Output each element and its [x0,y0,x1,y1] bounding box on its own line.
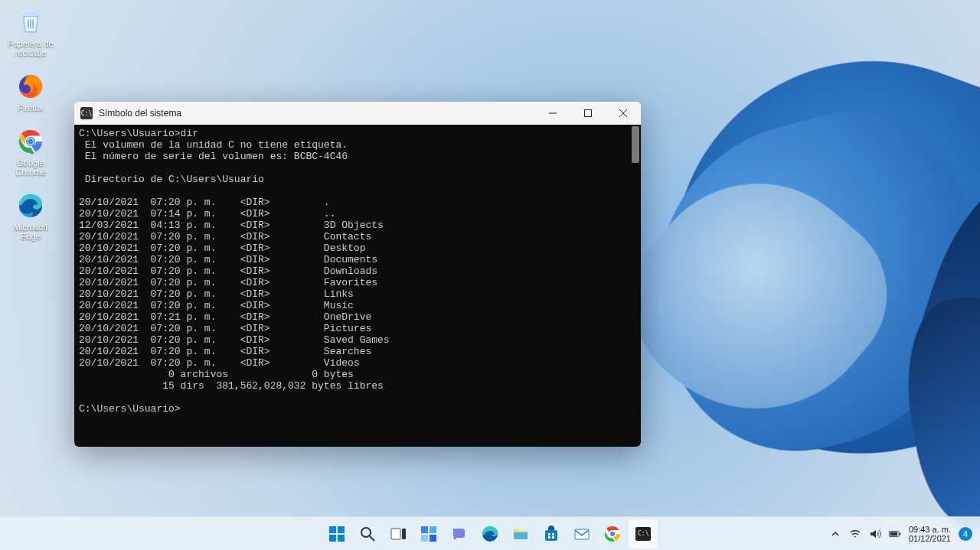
edge-icon [15,190,47,221]
close-button[interactable] [606,102,641,125]
command-prompt-window[interactable]: C:\ Símbolo del sistema C:\Users\Usuario… [74,102,641,447]
taskbar-mail[interactable] [567,519,596,548]
search-button[interactable] [353,519,382,548]
taskbar-terminal-active[interactable]: C:\ [629,519,658,548]
svg-rect-24 [548,533,550,535]
titlebar[interactable]: C:\ Símbolo del sistema [74,102,641,125]
svg-line-15 [370,536,374,541]
desktop-icon-chrome[interactable]: GoogleChrome [4,123,57,180]
taskbar-file-explorer[interactable] [506,519,535,548]
window-title: Símbolo del sistema [99,108,535,119]
svg-rect-20 [421,535,428,542]
svg-rect-12 [329,535,336,542]
svg-point-14 [361,528,371,537]
svg-text:C:\: C:\ [638,530,649,537]
svg-rect-27 [552,536,554,539]
svg-rect-11 [338,526,345,533]
tray-time: 09:43 a. m. [909,525,951,534]
tray-clock[interactable]: 09:43 a. m. 01/12/2021 [909,525,951,543]
chrome-icon [15,126,47,157]
svg-rect-25 [552,533,554,535]
desktop-icon-firefox[interactable]: Firefox [4,68,57,116]
taskbar: C:\ 09:43 a. m. 01/12/2021 4 [0,516,980,550]
maximize-button[interactable] [570,102,606,125]
minimize-button[interactable] [535,102,570,125]
svg-rect-23 [545,530,557,541]
desktop-icon-label: Papelera dereciclaje [4,39,57,57]
wifi-icon[interactable] [849,528,861,540]
svg-rect-7 [585,110,592,117]
svg-rect-19 [430,526,436,533]
cmd-icon: C:\ [80,107,93,119]
start-button[interactable] [322,519,351,548]
system-tray: 09:43 a. m. 01/12/2021 4 [829,525,980,543]
volume-icon[interactable] [869,528,881,540]
svg-rect-10 [329,526,336,533]
svg-point-30 [610,532,615,536]
taskbar-store[interactable] [537,519,566,548]
svg-rect-34 [890,532,898,535]
battery-icon[interactable] [889,528,901,540]
desktop-icon-label: GoogleChrome [4,158,57,177]
svg-rect-35 [900,532,901,535]
desktop-icon-label: Firefox [4,103,57,112]
taskbar-center: C:\ [322,519,658,548]
widgets-button[interactable] [414,519,443,548]
svg-rect-17 [402,529,406,539]
terminal-scrollbar[interactable] [632,126,639,163]
svg-rect-26 [548,536,550,539]
taskbar-edge[interactable] [475,519,505,548]
desktop-icon-recycle-bin[interactable]: Papelera dereciclaje [4,4,57,60]
desktop-icon-label: MicrosoftEdge [4,223,57,241]
terminal-output[interactable]: C:\Users\Usuario>dir El volumen de la un… [74,125,641,447]
svg-point-4 [28,138,33,144]
desktop-icons: Papelera dereciclaje Firefox GoogleChrom… [4,4,65,252]
recycle-bin-icon [15,7,47,37]
tray-chevron-icon[interactable] [829,528,841,540]
svg-rect-16 [391,529,400,539]
chat-button[interactable] [445,519,474,548]
svg-rect-28 [575,529,589,539]
tray-date: 01/12/2021 [909,534,951,543]
notification-badge[interactable]: 4 [959,527,972,541]
svg-rect-13 [338,535,345,542]
firefox-icon [15,71,47,102]
desktop-icon-edge[interactable]: MicrosoftEdge [4,187,57,244]
svg-rect-18 [421,526,428,533]
taskview-button[interactable] [384,519,413,548]
taskbar-chrome[interactable] [598,519,627,548]
svg-rect-21 [430,535,436,542]
